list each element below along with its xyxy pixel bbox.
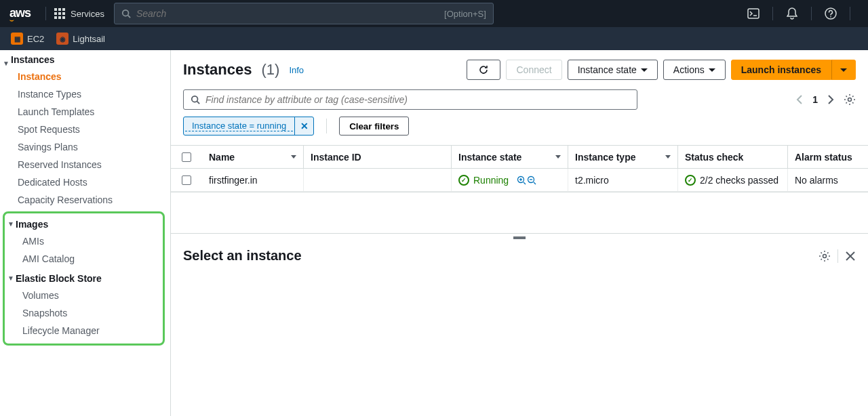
instance-state-dropdown[interactable]: Instance state	[568, 60, 658, 80]
sidebar-item-snapshots[interactable]: Snapshots	[5, 304, 163, 322]
services-menu[interactable]: Services	[54, 8, 104, 19]
sidebar-item-volumes[interactable]: Volumes	[5, 287, 163, 304]
sidebar-item-lifecycle-manager[interactable]: Lifecycle Manager	[5, 322, 163, 339]
status-ok-icon: ✓	[685, 175, 696, 186]
divider	[811, 7, 812, 20]
cell-name: firstfinger.in	[202, 169, 304, 191]
sidebar-item-instances[interactable]: Instances	[0, 68, 170, 85]
cloudshell-icon[interactable]	[743, 7, 764, 20]
service-tab-ec2[interactable]: ▦ EC2	[7, 30, 48, 47]
svg-point-0	[123, 10, 129, 16]
sort-icon	[291, 155, 296, 159]
search-icon	[121, 9, 131, 18]
pagination: 1	[793, 92, 856, 107]
aws-logo[interactable]: aws ⌣	[9, 6, 31, 22]
caret-down-icon	[709, 68, 715, 72]
col-name[interactable]: Name	[202, 146, 304, 168]
connect-button: Connect	[506, 60, 561, 80]
filter-tag-label[interactable]: Instance state = running	[185, 121, 293, 131]
panel-resize-handle[interactable]	[171, 233, 868, 241]
instance-search-input[interactable]	[205, 94, 630, 105]
divider	[45, 7, 46, 20]
refresh-button[interactable]	[467, 60, 500, 80]
ec2-badge-icon: ▦	[11, 33, 23, 45]
search-shortcut-hint: [Option+S]	[444, 9, 486, 19]
divider	[326, 119, 327, 133]
service-tab-lightsail[interactable]: ◉ Lightsail	[52, 30, 109, 47]
close-panel-button[interactable]	[845, 251, 856, 262]
drag-icon	[513, 236, 526, 239]
filter-tag: Instance state = running ✕	[183, 117, 314, 136]
help-icon[interactable]	[820, 7, 842, 20]
sidebar-group-ebs[interactable]: ▼ Elastic Block Store	[5, 268, 163, 287]
detail-panel-title: Select an instance	[183, 248, 302, 264]
caret-down-icon: ▼	[3, 60, 9, 67]
divider	[837, 249, 838, 263]
col-instance-type[interactable]: Instance type	[568, 146, 678, 168]
row-checkbox[interactable]	[171, 169, 202, 191]
actions-dropdown[interactable]: Actions	[663, 60, 726, 80]
sidebar-item-ami-catalog[interactable]: AMI Catalog	[5, 250, 163, 268]
svg-rect-2	[748, 9, 759, 18]
cell-instance-state: ✓ Running	[452, 169, 568, 191]
gear-icon	[818, 250, 831, 262]
prev-page-button[interactable]	[793, 92, 806, 107]
active-filters-row: Instance state = running ✕ Clear filters	[171, 117, 868, 145]
sidebar-item-dedicated-hosts[interactable]: Dedicated Hosts	[0, 173, 170, 191]
sidebar: ▼ Instances Instances Instance Types Lau…	[0, 50, 171, 416]
panel-settings-button[interactable]	[818, 250, 831, 262]
refresh-icon	[478, 64, 489, 75]
notifications-icon[interactable]	[781, 7, 803, 20]
info-link[interactable]: Info	[289, 65, 304, 75]
sidebar-item-reserved-instances[interactable]: Reserved Instances	[0, 156, 170, 173]
status-ok-icon: ✓	[458, 175, 469, 186]
divider	[850, 7, 850, 20]
state-actions[interactable]	[517, 175, 536, 185]
col-instance-id[interactable]: Instance ID	[304, 146, 452, 168]
next-page-button[interactable]	[825, 92, 837, 107]
launch-instances-button[interactable]: Launch instances	[731, 60, 831, 80]
sidebar-group-images[interactable]: ▼ Images	[5, 213, 163, 232]
col-instance-state[interactable]: Instance state	[452, 146, 568, 168]
global-search[interactable]: [Option+S]	[114, 3, 494, 24]
caret-down-icon	[840, 68, 847, 72]
launch-instances-split[interactable]	[831, 60, 856, 80]
table-empty-space	[171, 192, 868, 233]
page-title: Instances	[183, 61, 252, 79]
svg-point-14	[823, 254, 827, 257]
table-row[interactable]: firstfinger.in ✓ Running t2.micro ✓ 2/2 …	[171, 169, 868, 192]
sidebar-group-instances[interactable]: ▼ Instances	[0, 53, 170, 68]
sidebar-item-capacity-reservations[interactable]: Capacity Reservations	[0, 191, 170, 209]
svg-point-6	[848, 98, 852, 102]
clear-filters-button[interactable]: Clear filters	[339, 117, 409, 136]
col-alarm-status[interactable]: Alarm status	[788, 146, 868, 168]
zoom-in-icon	[517, 175, 526, 185]
lightsail-badge-icon: ◉	[56, 33, 68, 45]
cell-alarm-status: No alarms	[788, 169, 868, 191]
filter-tag-remove[interactable]: ✕	[294, 117, 313, 135]
sidebar-item-savings-plans[interactable]: Savings Plans	[0, 138, 170, 156]
page-header: Instances (1) Info Connect Instance stat…	[171, 50, 868, 89]
svg-line-8	[524, 182, 526, 184]
divider	[772, 7, 773, 20]
grid-icon	[54, 8, 65, 19]
svg-line-1	[128, 16, 131, 18]
select-all-checkbox[interactable]	[171, 146, 202, 168]
cell-instance-type: t2.micro	[568, 169, 678, 191]
global-header: aws ⌣ Services [Option+S]	[0, 0, 868, 27]
sidebar-item-instance-types[interactable]: Instance Types	[0, 85, 170, 103]
service-tabs: ▦ EC2 ◉ Lightsail	[0, 27, 868, 50]
instance-count: (1)	[262, 61, 280, 79]
sidebar-item-amis[interactable]: AMIs	[5, 232, 163, 250]
col-status-check[interactable]: Status check	[678, 146, 788, 168]
sidebar-item-spot-requests[interactable]: Spot Requests	[0, 121, 170, 138]
sidebar-item-launch-templates[interactable]: Launch Templates	[0, 103, 170, 121]
global-search-input[interactable]	[136, 8, 444, 19]
svg-line-5	[197, 102, 200, 104]
table-settings-button[interactable]	[844, 93, 856, 106]
svg-point-4	[192, 96, 198, 102]
chevron-left-icon	[796, 95, 803, 104]
page-number: 1	[812, 94, 818, 105]
cell-status-check: ✓ 2/2 checks passed	[678, 169, 788, 191]
instance-search[interactable]	[183, 89, 637, 110]
